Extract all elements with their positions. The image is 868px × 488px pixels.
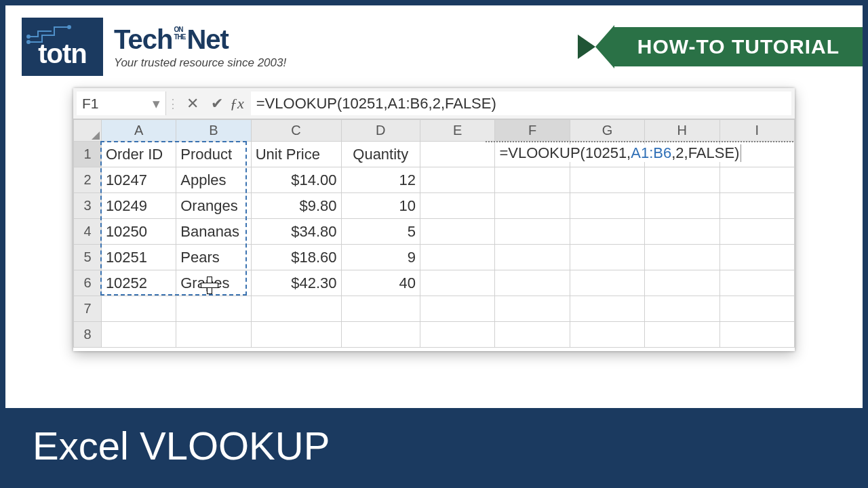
cell-c1[interactable]: Unit Price (251, 142, 341, 167)
cell-a8[interactable] (101, 322, 176, 348)
cell-h2[interactable] (645, 167, 719, 193)
cell-g8[interactable] (570, 322, 644, 348)
cell-i3[interactable] (719, 193, 794, 219)
cell-a1[interactable]: Order ID (101, 142, 176, 167)
cell-d3[interactable]: 10 (341, 193, 420, 219)
cell-c6[interactable]: $42.30 (251, 270, 341, 296)
cell-f3[interactable] (495, 193, 570, 219)
cell-i8[interactable] (719, 322, 794, 348)
cell-f7[interactable] (495, 296, 570, 322)
cell-f5[interactable] (495, 245, 570, 270)
cell-d2[interactable]: 12 (341, 167, 420, 193)
cell-g4[interactable] (570, 219, 644, 245)
cell-i7[interactable] (719, 296, 794, 322)
worksheet[interactable]: A B C D E F G H I 1 Order ID (73, 119, 795, 351)
cell-c4[interactable]: $34.80 (251, 219, 341, 245)
cell-h6[interactable] (645, 270, 719, 296)
cell-i4[interactable] (719, 219, 794, 245)
cell-c5[interactable]: $18.60 (251, 245, 341, 270)
cell-c7[interactable] (251, 296, 341, 322)
col-header-g[interactable]: G (570, 120, 644, 142)
cell-f4[interactable] (495, 219, 570, 245)
cell-g7[interactable] (570, 296, 644, 322)
cell-b2[interactable]: Apples (176, 167, 251, 193)
cell-c2[interactable]: $14.00 (251, 167, 341, 193)
col-header-c[interactable]: C (251, 120, 341, 142)
ribbon-tail (595, 25, 614, 68)
cell-g2[interactable] (570, 167, 644, 193)
cancel-icon[interactable]: ✕ (186, 95, 199, 113)
cell-i6[interactable] (719, 270, 794, 296)
name-box-dropdown-icon[interactable]: ▾ (153, 96, 160, 112)
cell-a6[interactable]: 10252 (101, 270, 176, 296)
row-header-1[interactable]: 1 (74, 142, 102, 167)
cell-h4[interactable] (645, 219, 719, 245)
cell-c8[interactable] (251, 322, 341, 348)
col-header-b[interactable]: B (176, 120, 251, 142)
row-header-8[interactable]: 8 (74, 322, 102, 348)
col-header-i[interactable]: I (719, 120, 794, 142)
row-header-4[interactable]: 4 (74, 219, 102, 245)
cell-b8[interactable] (176, 322, 251, 348)
cell-a3[interactable]: 10249 (101, 193, 176, 219)
cell-f1-editing[interactable]: =VLOOKUP(10251,A1:B6,2,FALSE) (498, 144, 741, 162)
cell-e2[interactable] (420, 167, 495, 193)
col-header-h[interactable]: H (645, 120, 719, 142)
cell-b1[interactable]: Product (176, 142, 251, 167)
cell-a5[interactable]: 10251 (101, 245, 176, 270)
cell-c3[interactable]: $9.80 (251, 193, 341, 219)
cell-f1[interactable]: =VLOOKUP(10251,A1:B6,2,FALSE) (495, 142, 570, 167)
grid[interactable]: A B C D E F G H I 1 Order ID (73, 119, 795, 348)
cell-b7[interactable] (176, 296, 251, 322)
cell-i5[interactable] (719, 245, 794, 270)
cell-e7[interactable] (420, 296, 495, 322)
fx-icon[interactable]: ƒx (230, 88, 251, 119)
cell-d5[interactable]: 9 (341, 245, 420, 270)
cell-b4[interactable]: Bananas (176, 219, 251, 245)
cell-e3[interactable] (420, 193, 495, 219)
row-header-5[interactable]: 5 (74, 245, 102, 270)
cell-h3[interactable] (645, 193, 719, 219)
enter-icon[interactable]: ✔ (211, 95, 223, 113)
cell-g6[interactable] (570, 270, 644, 296)
col-header-a[interactable]: A (101, 120, 176, 142)
row-header-7[interactable]: 7 (74, 296, 102, 322)
row-header-3[interactable]: 3 (74, 193, 102, 219)
col-header-d[interactable]: D (341, 120, 420, 142)
brand-text: TechONTHENet Your trusted resource since… (114, 24, 286, 70)
cell-a7[interactable] (101, 296, 176, 322)
cell-h7[interactable] (645, 296, 719, 322)
cell-d4[interactable]: 5 (341, 219, 420, 245)
cell-f6[interactable] (495, 270, 570, 296)
cell-d1[interactable]: Quantity (341, 142, 420, 167)
cell-e5[interactable] (420, 245, 495, 270)
select-all-corner[interactable] (74, 120, 102, 142)
cell-b6[interactable]: Grapes (176, 270, 251, 296)
cell-b5[interactable]: Pears (176, 245, 251, 270)
cell-d7[interactable] (341, 296, 420, 322)
cell-b3[interactable]: Oranges (176, 193, 251, 219)
cell-d6[interactable]: 40 (341, 270, 420, 296)
cell-f2[interactable] (495, 167, 570, 193)
col-header-e[interactable]: E (420, 120, 495, 142)
cell-a2[interactable]: 10247 (101, 167, 176, 193)
col-header-f[interactable]: F (495, 120, 570, 142)
cell-i2[interactable] (719, 167, 794, 193)
cell-g3[interactable] (570, 193, 644, 219)
row-header-6[interactable]: 6 (74, 270, 102, 296)
footer-title: Excel VLOOKUP (33, 423, 330, 468)
name-box[interactable]: F1 ▾ (77, 92, 166, 115)
cell-e1[interactable] (420, 142, 495, 167)
cell-e8[interactable] (420, 322, 495, 348)
ribbon-notch (578, 35, 595, 59)
row-header-2[interactable]: 2 (74, 167, 102, 193)
cell-a4[interactable]: 10250 (101, 219, 176, 245)
cell-e6[interactable] (420, 270, 495, 296)
formula-input[interactable]: =VLOOKUP(10251,A1:B6,2,FALSE) (251, 92, 791, 115)
cell-d8[interactable] (341, 322, 420, 348)
cell-f8[interactable] (495, 322, 570, 348)
cell-h5[interactable] (645, 245, 719, 270)
cell-h8[interactable] (645, 322, 719, 348)
cell-g5[interactable] (570, 245, 644, 270)
cell-e4[interactable] (420, 219, 495, 245)
